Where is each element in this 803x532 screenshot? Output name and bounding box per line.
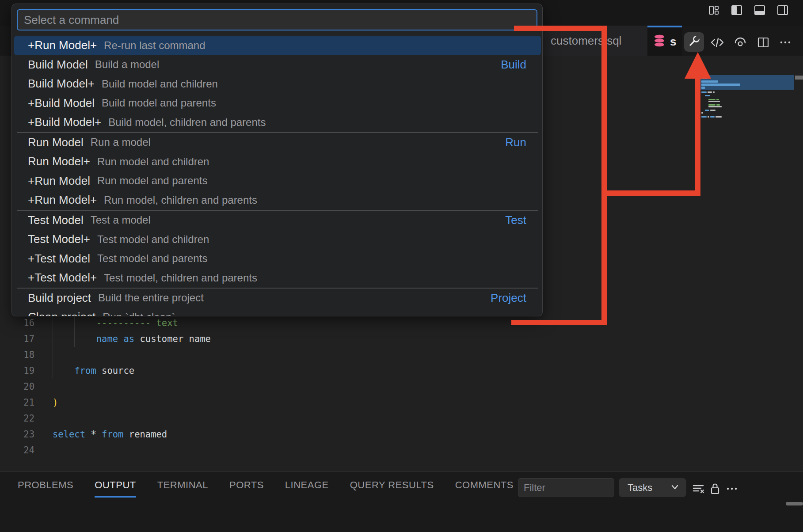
minimap-code-line (713, 91, 715, 93)
minimap-code-line (710, 110, 715, 111)
minimap-code-line (710, 116, 715, 118)
tasks-dropdown[interactable]: Tasks (619, 478, 686, 497)
toggle-secondary-sidebar-icon[interactable] (776, 4, 789, 17)
command-list: +Run Model+Re-run last commandBuild Mode… (12, 36, 543, 316)
code-lines: ---------- text name as customer_name fr… (53, 315, 211, 458)
command-item-description: Test model and children (97, 233, 209, 246)
command-item-description: Re-run last command (104, 39, 205, 52)
code-line: ) (53, 395, 211, 410)
line-number: 17 (0, 331, 34, 347)
command-item[interactable]: Build ModelBuild a modelBuild (12, 55, 543, 75)
command-item[interactable]: Build Model+Build model and children (12, 74, 543, 94)
panel-tab-ports[interactable]: PORTS (229, 479, 264, 498)
panel-tab-problems[interactable]: PROBLEMS (18, 479, 73, 498)
chevron-down-icon (670, 482, 680, 494)
customize-layout-icon[interactable] (707, 4, 720, 17)
command-item-label: Test Model (28, 213, 84, 227)
code-editor[interactable]: 161718192021222324 ---------- text name … (0, 315, 698, 461)
command-item[interactable]: Test Model+Test model and children (12, 230, 543, 249)
command-item-label: +Test Model (28, 252, 90, 266)
command-item[interactable]: Test ModelTest a modelTest (12, 211, 543, 230)
minimap-code-line (708, 91, 712, 93)
tab-active-sql-preview[interactable]: s (647, 26, 682, 56)
code-icon[interactable] (710, 35, 725, 50)
line-number: 19 (0, 363, 34, 379)
command-group-badge: Build (501, 58, 526, 72)
minimap-code-line (701, 112, 703, 114)
command-item[interactable]: +Test Model+Test model, children and par… (12, 268, 543, 288)
command-item[interactable]: +Run Model+Run model, children and paren… (12, 190, 543, 210)
minimap-code-line (715, 116, 722, 118)
line-number: 23 (0, 426, 34, 442)
annotation-line-right-vertical (695, 76, 700, 196)
wrench-icon (687, 34, 701, 50)
command-item-description: Test model and parents (97, 252, 207, 265)
code-line: name as customer_name (53, 331, 211, 347)
command-input[interactable] (17, 9, 537, 30)
panel-tab-query-results[interactable]: QUERY RESULTS (350, 479, 434, 498)
clear-output-icon[interactable] (690, 481, 706, 497)
split-editor-icon[interactable] (756, 35, 771, 50)
command-item[interactable]: Run ModelRun a modelRun (12, 133, 543, 152)
annotation-line-left-vertical (601, 26, 607, 325)
command-group-badge: Run (505, 136, 526, 149)
minimap-selection-line (701, 80, 718, 83)
command-item[interactable]: +Test ModelTest model and parents (12, 249, 543, 269)
minimap-selection-line (701, 87, 705, 89)
preview-eye-icon[interactable] (733, 35, 748, 50)
command-item[interactable]: +Build Model+Build model, children and p… (12, 113, 543, 132)
minimap[interactable] (700, 56, 794, 453)
command-item[interactable]: Run Model+Run model and children (12, 152, 543, 171)
minimap-code-line (708, 106, 722, 107)
command-item[interactable]: +Run ModelRun model and parents (12, 171, 543, 191)
command-palette: +Run Model+Re-run last commandBuild Mode… (11, 4, 543, 316)
minimap-code-line (701, 116, 707, 118)
command-item-description: Test model, children and parents (104, 272, 257, 284)
minimap-code-line (708, 116, 709, 118)
toggle-primary-sidebar-icon[interactable] (730, 4, 743, 17)
panel-scrollbar[interactable] (786, 502, 803, 505)
minimap-code-line (716, 99, 719, 100)
panel-tab-comments[interactable]: COMMENTS (455, 479, 514, 498)
command-item[interactable]: Build projectBuild the entire projectPro… (12, 289, 543, 308)
minimap-code-line (708, 104, 715, 106)
minimap-code-line (708, 101, 720, 102)
panel-tab-output[interactable]: OUTPUT (95, 479, 136, 498)
command-item-label: Build Model+ (28, 77, 95, 91)
annotation-arrowhead (685, 52, 711, 79)
layout-controls (707, 4, 789, 17)
minimap-code-line (705, 110, 709, 111)
line-number: 21 (0, 395, 34, 410)
command-item-description: Build a model (95, 58, 159, 71)
toggle-panel-icon[interactable] (753, 4, 766, 17)
line-number: 16 (0, 315, 34, 331)
command-item[interactable]: +Build ModelBuild model and parents (12, 94, 543, 113)
command-item-label: Build project (28, 291, 91, 305)
wrench-button[interactable] (684, 32, 704, 52)
tab-label: customers.sql (551, 34, 621, 48)
command-item-label: +Run Model+ (28, 38, 97, 52)
filter-input[interactable] (518, 478, 614, 497)
more-actions-icon[interactable] (778, 35, 793, 50)
panel-tab-lineage[interactable]: LINEAGE (285, 479, 329, 498)
command-item-description: Run model and parents (97, 175, 208, 187)
command-item-description: Run model and children (97, 156, 209, 168)
code-line (53, 442, 211, 458)
command-item-label: +Build Model (28, 96, 95, 110)
annotation-line-top (514, 26, 607, 31)
command-item-description: Run a model (91, 136, 151, 148)
command-item[interactable]: +Run Model+Re-run last command (14, 36, 541, 55)
command-item-label: +Run Model (28, 174, 90, 188)
code-line (53, 347, 211, 363)
panel-more-icon[interactable] (724, 481, 740, 497)
editor-scrollbar[interactable] (795, 76, 803, 80)
minimap-code-line (705, 95, 710, 96)
command-item[interactable]: Clean projectRun `dbt clean` (12, 308, 543, 316)
panel-tab-terminal[interactable]: TERMINAL (157, 479, 208, 498)
command-item-label: +Build Model+ (28, 115, 101, 129)
command-group-badge: Test (505, 213, 526, 227)
command-group-badge: Project (491, 291, 526, 305)
command-item-description: Build the entire project (98, 292, 204, 304)
lock-icon[interactable] (707, 481, 723, 497)
annotation-line-middle (601, 190, 700, 196)
